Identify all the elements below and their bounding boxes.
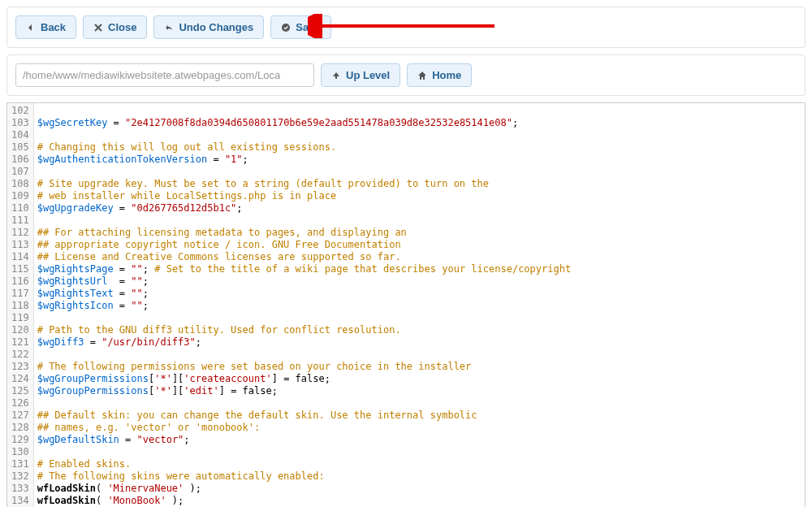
annotation-arrow-icon [308,14,503,38]
home-button[interactable]: Home [407,63,472,87]
undo-icon [164,23,174,32]
line-gutter: 1021031041051061071081091101111121131141… [7,103,34,507]
close-button[interactable]: Close [83,15,147,39]
arrow-left-icon [26,23,36,32]
close-label: Close [108,21,136,33]
undo-button[interactable]: Undo Changes [153,15,264,39]
code-editor[interactable]: 1021031041051061071081091101111121131141… [6,102,806,507]
back-button[interactable]: Back [15,15,76,39]
check-circle-icon [281,23,291,32]
home-icon [417,71,427,80]
up-level-label: Up Level [346,69,390,81]
save-label: Save [296,21,320,33]
undo-label: Undo Changes [179,21,253,33]
toolbar: Back Close Undo Changes Save [6,6,806,48]
back-label: Back [41,21,66,33]
save-button[interactable]: Save [270,15,330,39]
arrow-up-icon [331,71,341,80]
home-label: Home [432,69,461,81]
code-area[interactable]: $wgSecretKey = "2e4127008f8da0394d650801… [34,103,805,507]
close-icon [93,23,103,32]
path-input[interactable] [15,63,314,87]
path-bar: Up Level Home [6,54,806,96]
up-level-button[interactable]: Up Level [321,63,400,87]
